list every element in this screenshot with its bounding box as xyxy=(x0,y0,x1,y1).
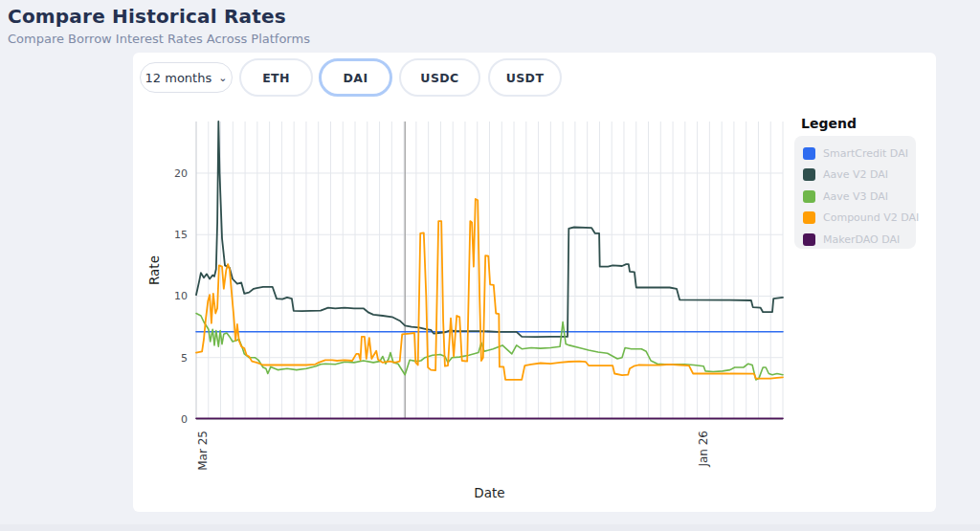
chart-card: 12 months ⌄ ETH DAI USDC USDT 05101520Ma… xyxy=(133,53,936,512)
legend-swatch xyxy=(803,233,815,246)
legend-box: SmartCredit DAIAave V2 DAIAave V3 DAICom… xyxy=(794,136,916,249)
y-axis-tick-label: 10 xyxy=(174,290,188,302)
x-axis-tick-label: Mar 25 xyxy=(196,431,210,471)
asset-button-usdt[interactable]: USDT xyxy=(488,58,562,97)
period-select[interactable]: 12 months ⌄ xyxy=(140,62,233,93)
legend-item: Aave V2 DAI xyxy=(803,165,916,187)
period-select-value: 12 months xyxy=(145,71,212,85)
legend-swatch xyxy=(803,168,815,181)
legend-swatch xyxy=(803,147,815,160)
legend-item-label: Aave V2 DAI xyxy=(823,168,888,181)
rates-line-chart[interactable]: 05101520Mar 25Jan 26RateDate xyxy=(144,113,813,507)
asset-button-eth[interactable]: ETH xyxy=(239,58,313,97)
y-axis-tick-label: 5 xyxy=(181,352,188,365)
legend-item: Aave V3 DAI xyxy=(803,186,916,208)
legend-item-label: Compound V2 DAI xyxy=(823,211,919,224)
x-axis-tick-label: Jan 26 xyxy=(697,431,710,468)
y-axis-title: Rate xyxy=(146,255,162,285)
y-axis-tick-label: 0 xyxy=(181,413,188,426)
chevron-down-icon: ⌄ xyxy=(218,73,227,83)
chart-svg: 05101520Mar 25Jan 26RateDate xyxy=(144,113,813,507)
page-bottom-strip xyxy=(0,524,980,531)
y-axis-tick-label: 15 xyxy=(174,229,188,241)
page-subtitle: Compare Borrow Interest Rates Across Pla… xyxy=(8,32,310,46)
asset-button-dai[interactable]: DAI xyxy=(319,58,392,97)
legend-item-label: Aave V3 DAI xyxy=(823,190,888,203)
legend-title: Legend xyxy=(801,116,857,131)
legend-item: Compound V2 DAI xyxy=(803,208,916,230)
legend-item-label: MakerDAO DAI xyxy=(823,233,900,246)
legend-item: SmartCredit DAI xyxy=(803,143,916,165)
asset-button-usdc[interactable]: USDC xyxy=(399,58,480,97)
x-axis-title: Date xyxy=(474,485,504,500)
legend-swatch xyxy=(803,190,815,203)
legend-item: MakerDAO DAI xyxy=(803,229,916,251)
legend-item-label: SmartCredit DAI xyxy=(823,147,908,160)
legend-swatch xyxy=(803,211,815,224)
page-title: Compare Historical Rates xyxy=(8,5,286,28)
y-axis-tick-label: 20 xyxy=(174,167,188,180)
